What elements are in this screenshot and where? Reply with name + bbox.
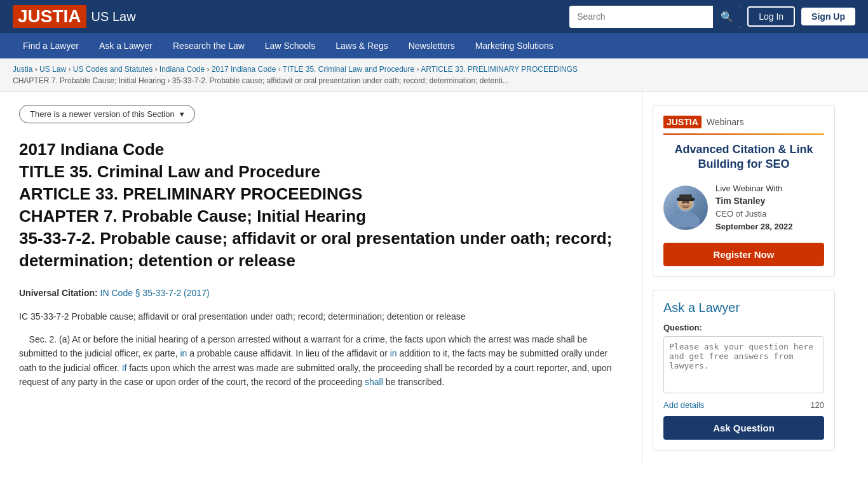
main-layout: There is a newer version of this Section… xyxy=(0,92,868,463)
body-para1: Sec. 2. (a) At or before the initial hea… xyxy=(19,332,623,390)
search-box: 🔍 xyxy=(569,6,741,28)
sidebar: JUSTIA Webinars Advanced Citation & Link… xyxy=(642,92,845,463)
webinar-title: Advanced Citation & Link Building for SE… xyxy=(663,142,824,172)
signup-button[interactable]: Sign Up xyxy=(801,8,855,25)
citation-line: Universal Citation: IN Code § 35-33-7-2 … xyxy=(19,288,623,298)
citation-link[interactable]: IN Code § 35-33-7-2 (2017) xyxy=(100,288,210,298)
presenter-date: September 28, 2022 xyxy=(715,220,792,233)
citation-label: Universal Citation: xyxy=(19,288,98,298)
nav-newsletters[interactable]: Newsletters xyxy=(398,33,465,58)
ask-question-button[interactable]: Ask Question xyxy=(663,416,824,440)
justia-logo[interactable]: JUSTIA xyxy=(13,5,86,28)
search-input[interactable] xyxy=(569,6,713,27)
breadcrumb-title35[interactable]: TITLE 35. Criminal Law and Procedure xyxy=(283,65,414,74)
question-label: Question: xyxy=(663,323,824,332)
body-line1: IC 35-33-7-2 Probable cause; affidavit o… xyxy=(19,309,623,323)
newer-version-badge[interactable]: There is a newer version of this Section… xyxy=(19,105,195,123)
breadcrumb-uslaw[interactable]: US Law xyxy=(39,65,66,74)
webinar-header-text: Webinars xyxy=(707,117,744,127)
header-right: 🔍 Log In Sign Up xyxy=(569,6,855,28)
breadcrumb-codes[interactable]: US Codes and Statutes xyxy=(73,65,153,74)
article-body: IC 35-33-7-2 Probable cause; affidavit o… xyxy=(19,309,623,390)
navigation: Find a Lawyer Ask a Lawyer Research the … xyxy=(0,33,868,58)
uslaw-logo: US Law xyxy=(92,10,136,24)
breadcrumb: Justia › US Law › US Codes and Statutes … xyxy=(0,58,868,92)
presenter-name: Tim Stanley xyxy=(715,194,792,208)
breadcrumb-2017[interactable]: 2017 Indiana Code xyxy=(212,65,276,74)
nav-ask-lawyer[interactable]: Ask a Lawyer xyxy=(89,33,163,58)
article-title-text: 2017 Indiana CodeTITLE 35. Criminal Law … xyxy=(19,140,612,270)
article-title: 2017 Indiana CodeTITLE 35. Criminal Law … xyxy=(19,139,623,273)
presenter-title: CEO of Justia xyxy=(715,208,792,220)
char-count: 120 xyxy=(810,400,824,410)
svg-rect-5 xyxy=(679,194,692,200)
svg-point-6 xyxy=(682,201,684,203)
ask-footer: Add details 120 xyxy=(663,400,824,410)
presenter-intro: Live Webinar With xyxy=(715,182,792,195)
chevron-down-icon: ▾ xyxy=(180,109,184,119)
svg-point-7 xyxy=(688,201,689,203)
presenter-avatar xyxy=(663,186,708,230)
nav-law-schools[interactable]: Law Schools xyxy=(255,33,325,58)
nav-find-lawyer[interactable]: Find a Lawyer xyxy=(13,33,89,58)
webinar-presenter: Live Webinar With Tim Stanley CEO of Jus… xyxy=(663,182,824,233)
presenter-avatar-svg xyxy=(667,189,705,227)
newer-version-text: There is a newer version of this Section xyxy=(30,109,175,119)
breadcrumb-line2: CHAPTER 7. Probable Cause; Initial Heari… xyxy=(13,76,509,85)
presenter-info: Live Webinar With Tim Stanley CEO of Jus… xyxy=(715,182,792,233)
nav-laws-regs[interactable]: Laws & Regs xyxy=(325,33,398,58)
breadcrumb-article33[interactable]: ARTICLE 33. PRELIMINARY PROCEEDINGS xyxy=(421,65,578,74)
webinar-box: JUSTIA Webinars Advanced Citation & Link… xyxy=(653,105,835,277)
svg-point-1 xyxy=(672,212,700,227)
question-textarea[interactable] xyxy=(663,336,824,393)
add-details-link[interactable]: Add details xyxy=(663,400,704,410)
ask-lawyer-title: Ask a Lawyer xyxy=(663,301,824,315)
breadcrumb-justia[interactable]: Justia xyxy=(13,65,32,74)
webinar-divider xyxy=(663,133,824,135)
nav-marketing[interactable]: Marketing Solutions xyxy=(465,33,564,58)
webinar-header: JUSTIA Webinars xyxy=(663,116,824,128)
header: JUSTIA US Law 🔍 Log In Sign Up xyxy=(0,0,868,33)
login-button[interactable]: Log In xyxy=(747,6,795,27)
webinar-justia-logo: JUSTIA xyxy=(663,116,702,128)
nav-research-law[interactable]: Research the Law xyxy=(163,33,255,58)
search-button[interactable]: 🔍 xyxy=(713,6,741,28)
content-area: There is a newer version of this Section… xyxy=(0,92,642,463)
ask-lawyer-box: Ask a Lawyer Question: Add details 120 A… xyxy=(653,290,835,451)
breadcrumb-indiana[interactable]: Indiana Code xyxy=(159,65,205,74)
logo-area: JUSTIA US Law xyxy=(13,5,136,28)
register-button[interactable]: Register Now xyxy=(663,243,824,266)
